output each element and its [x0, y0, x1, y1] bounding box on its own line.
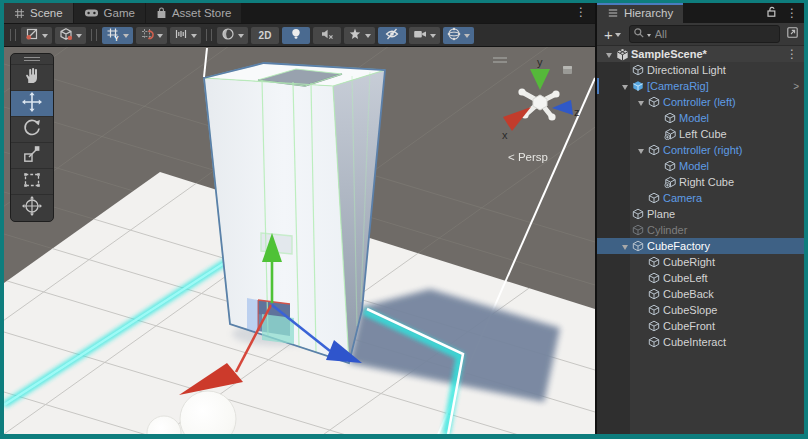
rotate-tool-button[interactable] — [11, 116, 53, 142]
cube-icon — [647, 192, 661, 204]
item-label: CubeInteract — [663, 336, 726, 348]
hierarchy-item-cylinder[interactable]: Cylinder — [597, 222, 804, 238]
hierarchy-item-directional-light[interactable]: Directional Light — [597, 62, 804, 78]
item-label: CubeFront — [663, 320, 715, 332]
hierarchy-searchbox[interactable] — [629, 25, 780, 43]
hierarchy-item-cubefactory[interactable]: CubeFactory — [597, 238, 804, 254]
hierarchy-item-plane[interactable]: Plane — [597, 206, 804, 222]
gizmo-plane-handle[interactable] — [247, 298, 258, 332]
hierarchy-panel: Hierarchy ⋮ + SampleScene*⋮Directional L… — [595, 3, 804, 434]
hierarchy-item-samplescene[interactable]: SampleScene*⋮ — [597, 46, 804, 62]
cube-added-icon — [663, 176, 677, 188]
tools-overlay-handle[interactable] — [11, 54, 53, 64]
scene-viewport[interactable]: y x z < Persp — [4, 46, 595, 434]
open-search-window-icon[interactable] — [786, 25, 799, 43]
foldout-open-icon[interactable] — [619, 80, 631, 93]
item-label: Directional Light — [647, 64, 726, 76]
bulb-icon — [289, 27, 303, 43]
scene-audio-button[interactable] — [313, 27, 341, 44]
hierarchy-item-cubeslope[interactable]: CubeSlope — [597, 302, 804, 318]
tower-model[interactable] — [204, 63, 385, 363]
hierarchy-item-controller-right[interactable]: Controller (right) — [597, 142, 804, 158]
projection-label[interactable]: < Persp — [508, 151, 548, 163]
tab-hierarchy[interactable]: Hierarchy — [597, 3, 684, 23]
bag-icon — [156, 7, 167, 19]
tab-game[interactable]: Game — [74, 3, 146, 23]
scene-menu-icon[interactable]: ⋮ — [786, 48, 798, 60]
tab-asset-store[interactable]: Asset Store — [146, 3, 242, 23]
hierarchy-item-cubeback[interactable]: CubeBack — [597, 286, 804, 302]
axis-z-label: z — [574, 106, 580, 118]
item-label: Model — [679, 112, 709, 124]
chevron-down-icon[interactable] — [464, 34, 470, 41]
lock-open-icon[interactable] — [765, 4, 778, 22]
item-label: [CameraRig] — [647, 80, 709, 92]
unity-scene-icon — [615, 48, 629, 61]
hierarchy-item-right-cube[interactable]: Right Cube — [597, 174, 804, 190]
scene-visibility-button[interactable] — [378, 27, 406, 44]
hierarchy-panel-menu-icon[interactable]: ⋮ — [786, 7, 798, 19]
rect-tool-button[interactable] — [11, 168, 53, 194]
toolbar-group-handle[interactable] — [91, 29, 97, 41]
transform-tool-button[interactable] — [11, 194, 53, 220]
item-label: CubeBack — [663, 288, 714, 300]
scale-tool-button[interactable] — [11, 142, 53, 168]
toolbar-group-handle[interactable] — [10, 29, 16, 41]
cube-icon — [647, 96, 661, 108]
hierarchy-item-camera[interactable]: Camera — [597, 190, 804, 206]
hierarchy-item-cubeinteract[interactable]: CubeInteract — [597, 334, 804, 350]
camera-view-mode-button[interactable] — [55, 27, 86, 44]
cube-icon — [647, 144, 661, 156]
draw-mode-button[interactable] — [21, 27, 52, 44]
chevron-down-icon[interactable] — [238, 34, 244, 41]
snap-increment-button[interactable] — [170, 27, 201, 44]
scene-3d-canvas[interactable]: y x z < Persp — [4, 47, 595, 434]
shading-mode-button[interactable] — [217, 27, 248, 44]
chevron-down-icon[interactable] — [123, 34, 129, 41]
hierarchy-item-cubeleft[interactable]: CubeLeft — [597, 270, 804, 286]
hierarchy-item-model[interactable]: Model — [597, 158, 804, 174]
chevron-down-icon[interactable] — [157, 34, 163, 41]
tab-label: Game — [104, 7, 135, 19]
move-tool-button[interactable] — [11, 90, 53, 116]
scene-lighting-button[interactable] — [282, 27, 310, 44]
create-object-button[interactable]: + — [602, 27, 623, 42]
hierarchy-item-model[interactable]: Model — [597, 110, 804, 126]
hierarchy-item-cuberight[interactable]: CubeRight — [597, 254, 804, 270]
gizmos-button[interactable] — [443, 27, 474, 44]
prefab-open-chevron-icon[interactable]: > — [793, 81, 799, 92]
cube-icon — [631, 224, 645, 236]
chevron-down-icon[interactable] — [76, 34, 82, 41]
foldout-open-icon[interactable] — [619, 240, 631, 253]
hierarchy-item-left-cube[interactable]: Left Cube — [597, 126, 804, 142]
hierarchy-item-controller-left[interactable]: Controller (left) — [597, 94, 804, 110]
chevron-down-icon[interactable] — [365, 34, 371, 41]
mode-2d-button[interactable]: 2D — [251, 27, 279, 44]
grid-snap-icon — [140, 27, 154, 43]
cube-icon — [647, 304, 661, 316]
tab-label: Scene — [30, 7, 63, 19]
foldout-open-icon[interactable] — [635, 144, 647, 157]
chevron-down-icon[interactable] — [191, 34, 197, 41]
foldout-open-icon[interactable] — [635, 96, 647, 109]
hierarchy-search-input[interactable] — [653, 27, 776, 41]
hierarchy-item-camerarig[interactable]: [CameraRig]> — [597, 78, 804, 94]
scene-panel-menu-icon[interactable]: ⋮ — [575, 6, 587, 18]
mode-2d-label: 2D — [259, 30, 272, 41]
foldout-open-icon[interactable] — [603, 48, 615, 61]
hierarchy-item-cubefront[interactable]: CubeFront — [597, 318, 804, 334]
grid-snapping-button[interactable] — [136, 27, 167, 44]
scale-icon — [21, 143, 43, 169]
chevron-down-icon[interactable] — [42, 34, 48, 41]
camera-settings-button[interactable] — [409, 27, 440, 44]
grid-axis-y-button[interactable]: Y — [102, 27, 133, 44]
search-filter-chevron-icon[interactable] — [647, 34, 651, 39]
tab-scene[interactable]: Scene — [4, 3, 74, 23]
toolbar-group-handle[interactable] — [206, 29, 212, 41]
effects-button[interactable] — [344, 27, 375, 44]
view-tool-button[interactable] — [11, 64, 53, 90]
transform-icon — [21, 195, 43, 221]
hand-icon — [21, 65, 43, 91]
axis-x-label: x — [502, 129, 508, 141]
chevron-down-icon[interactable] — [430, 34, 436, 41]
